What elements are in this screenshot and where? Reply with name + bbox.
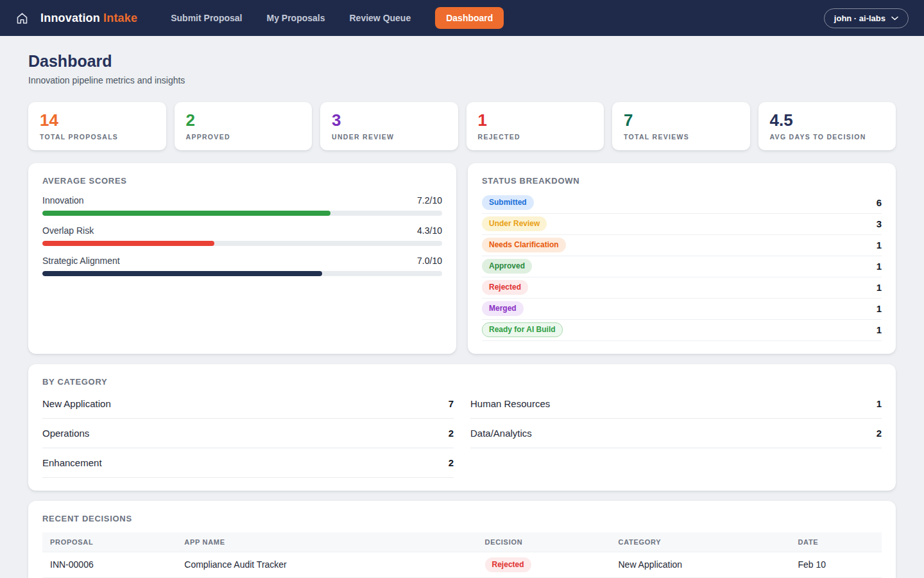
stat-card: 14 Total Proposals [28, 102, 166, 150]
cell-category: New Application [611, 552, 791, 577]
recent-decisions-table: Proposal App Name Decision Category Date… [42, 532, 882, 578]
recent-decisions-panel: Recent Decisions Proposal App Name Decis… [28, 501, 896, 578]
status-count: 1 [877, 324, 882, 335]
column-header-date: Date [790, 532, 882, 552]
category-label: Enhancement [42, 457, 102, 468]
nav-item-submit-proposal[interactable]: Submit Proposal [171, 13, 242, 23]
score-value: 7.2/10 [417, 195, 442, 206]
nav-item-my-proposals[interactable]: My Proposals [266, 13, 325, 23]
stat-label: Under Review [332, 133, 447, 141]
category-count: 2 [877, 428, 882, 439]
stat-value: 4.5 [770, 111, 885, 130]
category-item: Data/Analytics 2 [470, 419, 882, 448]
cell-decision: Rejected [477, 552, 611, 577]
chevron-down-icon [891, 16, 898, 21]
category-count: 1 [877, 398, 882, 409]
main-content: Dashboard Innovation pipeline metrics an… [0, 36, 924, 578]
stat-value: 2 [186, 111, 301, 130]
column-header-proposal: Proposal [42, 532, 176, 552]
cell-proposal-id: INN-00006 [42, 552, 176, 577]
score-bar-fill [42, 241, 214, 246]
category-count: 2 [449, 428, 454, 439]
stat-card: 4.5 Avg Days to Decision [758, 102, 896, 150]
decision-badge: Rejected [485, 557, 531, 572]
score-bar-track [42, 241, 442, 246]
stat-card: 7 Total Reviews [612, 102, 750, 150]
status-row: Merged 1 [482, 299, 882, 320]
category-item: Operations 2 [42, 419, 454, 448]
metrics-row: Average Scores Innovation 7.2/10 [28, 163, 896, 354]
stat-cards-row: 14 Total Proposals 2 Approved 3 Under Re… [28, 102, 896, 150]
status-badge: Needs Clarification [482, 238, 566, 252]
column-header-category: Category [611, 532, 791, 552]
category-grid: New Application 7 Operations 2 Enhanceme… [42, 389, 882, 478]
page-subtitle: Innovation pipeline metrics and insights [28, 75, 896, 85]
page-title: Dashboard [28, 52, 896, 71]
score-item: Innovation 7.2/10 [42, 195, 442, 216]
cell-date: Feb 10 [790, 552, 882, 577]
status-count: 1 [877, 240, 882, 250]
nav-item-review-queue[interactable]: Review Queue [350, 13, 411, 23]
status-breakdown-title: Status Breakdown [482, 176, 882, 186]
home-icon [15, 12, 29, 25]
stat-card: 3 Under Review [320, 102, 458, 150]
nav-item-dashboard[interactable]: Dashboard [435, 7, 504, 29]
brand-name: Innovation [40, 12, 100, 24]
status-count: 6 [877, 197, 882, 208]
status-row: Ready for AI Build 1 [482, 320, 882, 341]
score-label: Innovation [42, 195, 84, 206]
home-button[interactable] [15, 12, 29, 25]
stat-card: 1 Rejected [466, 102, 604, 150]
score-label: Strategic Alignment [42, 256, 120, 266]
category-count: 2 [449, 457, 454, 468]
brand-accent: Intake [103, 12, 137, 24]
category-column-right: Human Resources 1 Data/Analytics 2 [470, 389, 882, 478]
status-row: Rejected 1 [482, 277, 882, 299]
status-row: Needs Clarification 1 [482, 235, 882, 256]
stat-value: 3 [332, 111, 447, 130]
cell-app-name: Compliance Audit Tracker [176, 552, 477, 577]
table-header-row: Proposal App Name Decision Category Date [42, 532, 882, 552]
stat-label: Total Reviews [624, 133, 739, 141]
column-header-app-name: App Name [176, 532, 477, 552]
category-item: Enhancement 2 [42, 448, 454, 478]
score-bar-fill [42, 211, 330, 216]
status-badge: Rejected [482, 280, 528, 295]
status-row: Submitted 6 [482, 193, 882, 214]
status-count: 3 [877, 218, 882, 229]
category-count: 7 [449, 398, 454, 409]
stat-value: 7 [624, 111, 739, 130]
score-value: 4.3/10 [417, 225, 442, 236]
category-label: Human Resources [470, 398, 550, 409]
score-label: Overlap Risk [42, 225, 94, 236]
category-item: Human Resources 1 [470, 389, 882, 419]
score-value: 7.0/10 [417, 256, 442, 266]
score-bar-track [42, 271, 442, 276]
status-badge: Ready for AI Build [482, 322, 563, 337]
user-menu[interactable]: john · ai-labs [824, 8, 909, 28]
recent-decisions-title: Recent Decisions [42, 514, 882, 523]
status-breakdown-panel: Status Breakdown Submitted 6 Under Revie… [468, 163, 896, 354]
status-row: Approved 1 [482, 256, 882, 277]
category-label: New Application [42, 398, 111, 409]
category-label: Data/Analytics [470, 428, 532, 439]
column-header-decision: Decision [477, 532, 611, 552]
by-category-title: By Category [42, 377, 882, 387]
status-badge: Submitted [482, 195, 534, 210]
average-scores-panel: Average Scores Innovation 7.2/10 [28, 163, 456, 354]
table-row: INN-00006 Compliance Audit Tracker Rejec… [42, 552, 882, 577]
status-list: Submitted 6 Under Review 3 Needs Clarifi… [482, 193, 882, 341]
by-category-panel: By Category New Application 7 Operations… [28, 364, 896, 491]
user-menu-label: john · ai-labs [834, 13, 886, 23]
status-count: 1 [877, 303, 882, 314]
stat-label: Approved [186, 133, 301, 141]
category-label: Operations [42, 428, 89, 439]
score-list: Innovation 7.2/10 Overlap Risk 4.3/10 [42, 195, 442, 276]
app-logo[interactable]: InnovationIntake [40, 12, 137, 25]
score-item: Strategic Alignment 7.0/10 [42, 256, 442, 276]
status-count: 1 [877, 282, 882, 293]
average-scores-title: Average Scores [42, 176, 442, 186]
status-badge: Merged [482, 301, 524, 316]
score-item: Overlap Risk 4.3/10 [42, 225, 442, 246]
stat-value: 14 [40, 111, 155, 130]
